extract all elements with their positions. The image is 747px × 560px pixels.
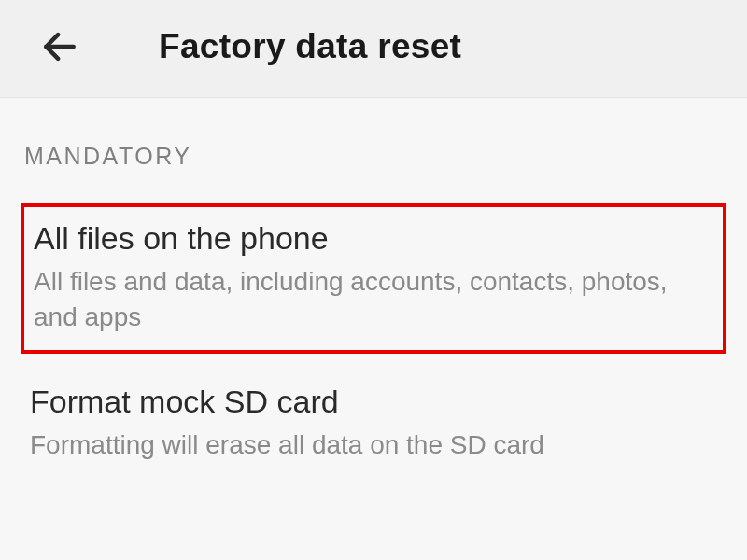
option-title: All files on the phone (34, 220, 713, 257)
back-arrow-icon (39, 26, 80, 67)
option-all-files[interactable]: All files on the phone All files and dat… (21, 203, 726, 354)
back-button[interactable] (39, 26, 80, 67)
option-format-sd[interactable]: Format mock SD card Formatting will eras… (21, 371, 726, 478)
option-description: All files and data, including accounts, … (34, 264, 713, 335)
app-header: Factory data reset (0, 0, 747, 98)
page-title: Factory data reset (159, 27, 461, 66)
option-title: Format mock SD card (30, 384, 717, 420)
content-area: MANDATORY All files on the phone All fil… (0, 98, 747, 477)
section-label: MANDATORY (24, 143, 726, 170)
option-description: Formatting will erase all data on the SD… (30, 427, 717, 463)
